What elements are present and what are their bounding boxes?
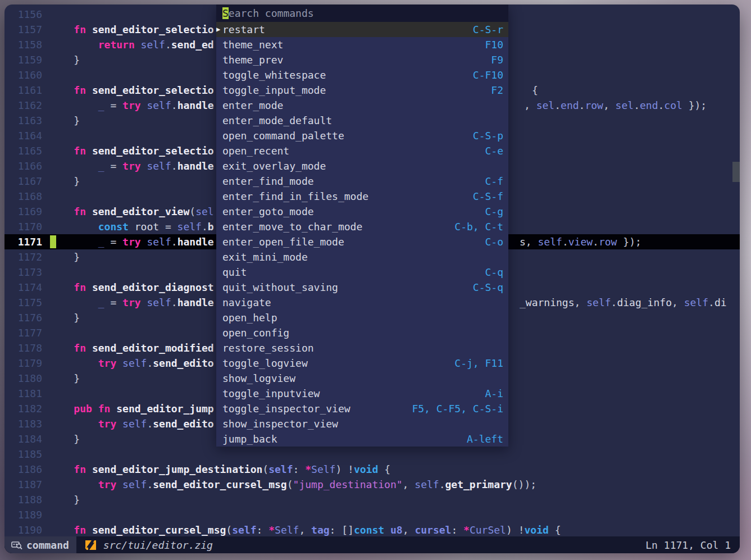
- palette-item-label: enter_goto_mode: [222, 204, 314, 219]
- line-number: 1178: [4, 340, 49, 356]
- code-text: fn send_editor_view(sel: [49, 204, 214, 219]
- mode-indicator[interactable]: command: [4, 536, 76, 553]
- code-text: fn send_editor_modified: [49, 340, 214, 356]
- palette-item-quit[interactable]: quitC-q: [216, 265, 508, 280]
- code-text: fn send_editor_cursel_msg(self: *Self, t…: [49, 522, 561, 538]
- scrollbar-thumb[interactable]: [732, 162, 740, 182]
- palette-item-keybinding: C-S-r: [473, 22, 508, 37]
- palette-item-label: restart: [222, 22, 265, 37]
- line-number: 1176: [4, 310, 49, 325]
- palette-item-label: open_help: [222, 310, 277, 325]
- code-text: }: [49, 174, 80, 189]
- palette-item-label: restore_session: [222, 340, 314, 356]
- code-line-1185[interactable]: 1185: [4, 447, 740, 462]
- code-line-1186[interactable]: 1186 fn send_editor_jump_destination(sel…: [4, 462, 740, 477]
- palette-item-keybinding: C-q: [485, 265, 508, 280]
- palette-item-label: open_recent: [222, 143, 289, 158]
- line-number: 1165: [4, 143, 49, 158]
- code-line-1189[interactable]: 1189: [4, 507, 740, 522]
- palette-item-label: show_inspector_view: [222, 416, 338, 431]
- palette-item-theme_next[interactable]: theme_nextF10: [216, 37, 508, 52]
- palette-item-keybinding: C-g: [485, 204, 508, 219]
- palette-item-restore_session[interactable]: restore_session: [216, 340, 508, 356]
- palette-item-label: toggle_input_mode: [222, 83, 326, 98]
- palette-item-toggle_inputview[interactable]: toggle_inputviewA-i: [216, 386, 508, 401]
- code-text: fn send_editor_selectio: [49, 83, 214, 98]
- palette-item-show_inspector_view[interactable]: show_inspector_view: [216, 416, 508, 431]
- palette-item-label: exit_mini_mode: [222, 249, 308, 265]
- line-number: 1157: [4, 22, 49, 37]
- command-mode-icon: [11, 540, 22, 550]
- command-search-input[interactable]: Search commands: [216, 4, 508, 22]
- code-text-continuation: s, self.view.row });: [520, 234, 641, 249]
- code-text: }: [49, 249, 80, 265]
- zig-logo-icon: [85, 539, 97, 551]
- palette-item-keybinding: C-j, F11: [454, 356, 508, 371]
- palette-item-open_help[interactable]: open_help: [216, 310, 508, 325]
- palette-item-label: navigate: [222, 295, 271, 310]
- line-number: 1166: [4, 158, 49, 174]
- palette-item-exit_mini_mode[interactable]: exit_mini_mode: [216, 249, 508, 265]
- palette-item-enter_find_mode[interactable]: enter_find_modeC-f: [216, 174, 508, 189]
- line-number: 1171: [4, 234, 49, 249]
- line-number: 1183: [4, 416, 49, 431]
- line-number: 1190: [4, 522, 49, 538]
- palette-item-label: toggle_whitespace: [222, 67, 326, 83]
- palette-item-enter_find_in_files_mode[interactable]: enter_find_in_files_modeC-S-f: [216, 189, 508, 204]
- search-cursor: S: [222, 7, 229, 19]
- file-path: src/tui/editor.zig: [103, 539, 213, 551]
- palette-item-navigate[interactable]: navigate: [216, 295, 508, 310]
- palette-item-keybinding: C-o: [485, 234, 508, 249]
- palette-item-jump_back[interactable]: jump_backA-left: [216, 431, 508, 447]
- palette-item-label: quit: [222, 265, 247, 280]
- selected-pointer-icon: ▶: [216, 22, 222, 37]
- command-list: ▶restartC-S-rtheme_nextF10theme_prevF9to…: [216, 22, 508, 447]
- palette-item-toggle_logview[interactable]: toggle_logviewC-j, F11: [216, 356, 508, 371]
- palette-item-show_logview[interactable]: show_logview: [216, 371, 508, 386]
- palette-item-open_config[interactable]: open_config: [216, 325, 508, 340]
- code-text: }: [49, 492, 80, 507]
- code-text: fn send_editor_selectio: [49, 143, 214, 158]
- palette-item-label: enter_move_to_char_mode: [222, 219, 362, 234]
- code-line-1187[interactable]: 1187 try self.send_editor_cursel_msg("ju…: [4, 477, 740, 492]
- code-text: _ = try self.handle: [49, 158, 214, 174]
- palette-item-enter_mode_default[interactable]: enter_mode_default: [216, 113, 508, 128]
- palette-item-restart[interactable]: ▶restartC-S-r: [216, 22, 508, 37]
- palette-item-open_recent[interactable]: open_recentC-e: [216, 143, 508, 158]
- code-text-continuation: _warnings, self.diag_info, self.di: [520, 295, 727, 310]
- line-number: 1181: [4, 386, 49, 401]
- palette-item-toggle_whitespace[interactable]: toggle_whitespaceC-F10: [216, 67, 508, 83]
- command-palette: Search commands ▶restartC-S-rtheme_nextF…: [216, 4, 508, 447]
- palette-item-keybinding: A-i: [485, 386, 508, 401]
- code-text: try self.send_edito: [49, 416, 214, 431]
- palette-item-quit_without_saving[interactable]: quit_without_savingC-S-q: [216, 280, 508, 295]
- palette-item-label: open_command_palette: [222, 128, 344, 143]
- code-line-1188[interactable]: 1188 }: [4, 492, 740, 507]
- palette-item-theme_prev[interactable]: theme_prevF9: [216, 52, 508, 67]
- palette-item-label: enter_open_file_mode: [222, 234, 344, 249]
- palette-item-label: quit_without_saving: [222, 280, 338, 295]
- cursor-position: Ln 1171, Col 1: [645, 539, 740, 551]
- status-bar: command src/tui/editor.zig Ln 1171, Col …: [4, 536, 740, 553]
- palette-item-label: open_config: [222, 325, 289, 340]
- search-placeholder: earch commands: [229, 7, 314, 19]
- code-text: }: [49, 310, 80, 325]
- line-number: 1187: [4, 477, 49, 492]
- palette-item-enter_open_file_mode[interactable]: enter_open_file_modeC-o: [216, 234, 508, 249]
- palette-item-keybinding: C-F10: [473, 67, 508, 83]
- code-line-1190[interactable]: 1190 fn send_editor_cursel_msg(self: *Se…: [4, 522, 740, 538]
- line-number: 1160: [4, 67, 49, 83]
- line-number: 1177: [4, 325, 49, 340]
- code-text: _ = try self.handle: [49, 295, 214, 310]
- palette-item-enter_mode[interactable]: enter_mode: [216, 98, 508, 113]
- palette-item-enter_move_to_char_mode[interactable]: enter_move_to_char_modeC-b, C-t: [216, 219, 508, 234]
- palette-item-exit_overlay_mode[interactable]: exit_overlay_mode: [216, 158, 508, 174]
- palette-item-open_command_palette[interactable]: open_command_paletteC-S-p: [216, 128, 508, 143]
- code-text: }: [49, 371, 80, 386]
- palette-item-enter_goto_mode[interactable]: enter_goto_modeC-g: [216, 204, 508, 219]
- line-number: 1186: [4, 462, 49, 477]
- code-text: _ = try self.handle: [49, 234, 214, 249]
- palette-item-toggle_inspector_view[interactable]: toggle_inspector_viewF5, C-F5, C-S-i: [216, 401, 508, 416]
- palette-item-toggle_input_mode[interactable]: toggle_input_modeF2: [216, 83, 508, 98]
- line-number: 1169: [4, 204, 49, 219]
